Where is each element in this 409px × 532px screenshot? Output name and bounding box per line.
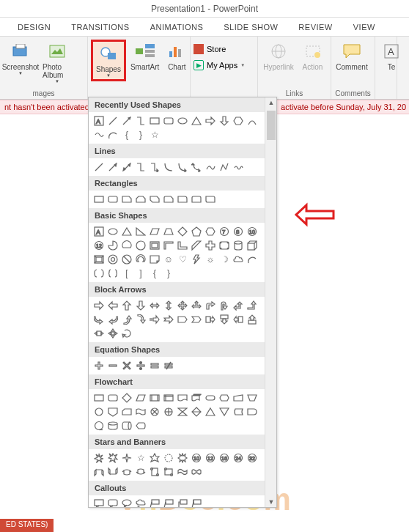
shape-lightning[interactable] [191, 254, 202, 265]
shape-left-up-arrow[interactable] [232, 300, 244, 311]
chart-button[interactable]: Chart [163, 40, 190, 73]
shape-multidocument[interactable] [191, 392, 202, 404]
shape-curved-ribbon-up[interactable] [121, 466, 133, 478]
shape-double-arrow[interactable] [121, 161, 133, 173]
shape-hexagon[interactable] [204, 226, 216, 237]
shape-decision[interactable] [121, 392, 133, 404]
shape-star4[interactable] [121, 452, 133, 464]
shape-octagon[interactable]: 8 [232, 226, 244, 237]
scroll-up-arrow-icon[interactable]: ▲ [267, 97, 276, 108]
shape-teardrop[interactable] [135, 240, 147, 251]
shape-oval[interactable] [177, 115, 188, 127]
shape-notched-arrow[interactable] [163, 314, 174, 325]
shape-curved-left-arrow[interactable] [107, 314, 119, 325]
shape-magnetic-disk[interactable] [107, 420, 119, 432]
shape-up-arrow[interactable] [121, 300, 133, 311]
shape-callout-line1[interactable] [149, 498, 161, 507]
shape-manual-input[interactable] [232, 392, 244, 404]
shape-bent-arrow[interactable] [204, 300, 216, 311]
shape-left-brace[interactable]: { [149, 267, 161, 279]
textbox-button[interactable]: A Te [378, 40, 405, 73]
shape-direct-access[interactable] [121, 420, 133, 432]
shape-quad-arrow[interactable] [177, 300, 188, 311]
shape-alt-process[interactable] [107, 392, 119, 404]
shape-down-callout-arrow[interactable] [218, 314, 230, 325]
shape-hexagon[interactable] [232, 115, 244, 127]
shape-star8[interactable] [177, 452, 188, 464]
shape-striped-arrow[interactable] [149, 314, 161, 325]
shape-merge[interactable] [218, 406, 230, 418]
store-button[interactable]: Store [194, 44, 226, 54]
shape-ribbon-up[interactable] [93, 466, 105, 478]
shape-document[interactable] [177, 392, 188, 404]
shape-up-down-arrow[interactable] [163, 300, 174, 311]
shape-scribble[interactable] [232, 161, 244, 173]
shape-half-frame[interactable] [163, 240, 174, 251]
shape-lshape[interactable] [177, 240, 188, 251]
shape-star6[interactable] [149, 452, 161, 464]
shape-extract[interactable] [204, 406, 216, 418]
shape-round-diag-rect[interactable] [204, 193, 216, 205]
shape-brace-left[interactable]: { [121, 129, 133, 141]
shape-diag-stripe[interactable] [191, 240, 202, 251]
shape-curved-right-arrow[interactable] [93, 314, 105, 325]
shape-left-bracket[interactable]: [ [121, 267, 133, 279]
shape-chord[interactable] [121, 240, 133, 251]
action-button[interactable]: Action [298, 40, 328, 73]
shape-snip2-rect[interactable] [135, 193, 147, 205]
shape-callout-rounded[interactable] [107, 498, 119, 507]
shape-left-right-arrow[interactable] [149, 300, 161, 311]
shape-line[interactable] [107, 115, 119, 127]
shape-triangle[interactable] [121, 226, 133, 237]
shape-moon[interactable]: ☽ [218, 254, 230, 265]
shape-round-single-rect[interactable] [177, 193, 188, 205]
shape-right-triangle[interactable] [135, 226, 147, 237]
shape-elbow[interactable] [135, 161, 147, 173]
shape-left-right-up-arrow[interactable] [191, 300, 202, 311]
shape-right-arrow[interactable] [204, 115, 216, 127]
shape-star12[interactable]: 12 [204, 452, 216, 464]
shape-can[interactable] [232, 240, 244, 251]
shape-callout-oval[interactable] [121, 498, 133, 507]
shape-heptagon[interactable]: 7 [218, 226, 230, 237]
tab-animations[interactable]: ANIMATIONS [140, 23, 214, 32]
shape-double-wave[interactable] [191, 466, 202, 478]
my-apps-button[interactable]: ▶ My Apps ▼ [194, 60, 245, 70]
shape-vertical-scroll[interactable] [149, 466, 161, 478]
shape-double-bracket[interactable] [93, 267, 105, 279]
shape-leftright-callout-arrow[interactable] [93, 328, 105, 339]
shape-snip-round-rect[interactable] [163, 193, 174, 205]
shape-round-same-rect[interactable] [191, 193, 202, 205]
shape-not-equal[interactable] [163, 360, 174, 372]
shape-curved-connector[interactable] [163, 161, 174, 173]
shape-double-brace[interactable] [107, 267, 119, 279]
shape-bent-up-arrow[interactable] [246, 300, 258, 311]
shape-internal-storage[interactable] [163, 392, 174, 404]
shape-snip-diag-rect[interactable] [149, 193, 161, 205]
shape-oval[interactable] [107, 226, 119, 237]
shape-left-arrow[interactable] [107, 300, 119, 311]
shape-rounded-rect[interactable] [163, 115, 174, 127]
shape-curve[interactable] [246, 115, 258, 127]
scroll-down-arrow-icon[interactable]: ▼ [267, 497, 276, 507]
shape-process[interactable] [93, 392, 105, 404]
shape-curved-down-arrow[interactable] [135, 314, 147, 325]
shape-star[interactable]: ☆ [149, 129, 161, 141]
shape-curved-ribbon-down[interactable] [135, 466, 147, 478]
shape-diamond[interactable] [177, 226, 188, 237]
shape-brace-right[interactable]: } [135, 129, 147, 141]
shape-left-callout-arrow[interactable] [232, 314, 244, 325]
shape-callout-cloud[interactable] [135, 498, 147, 507]
shape-pentagon-arrow[interactable] [177, 314, 188, 325]
shape-pentagon[interactable] [191, 226, 202, 237]
shape-smiley[interactable]: ☺ [163, 254, 174, 265]
shape-down-arrow[interactable] [135, 300, 147, 311]
shape-sun[interactable]: ☼ [204, 254, 216, 265]
shape-circular-arrow[interactable] [121, 328, 133, 339]
smartart-button[interactable]: SmartArt [128, 40, 162, 73]
shape-chevron[interactable] [191, 314, 202, 325]
shape-or[interactable] [163, 406, 174, 418]
shape-curved-arrow[interactable] [177, 161, 188, 173]
shape-right-arrow[interactable] [93, 300, 105, 311]
shape-horizontal-scroll[interactable] [163, 466, 174, 478]
